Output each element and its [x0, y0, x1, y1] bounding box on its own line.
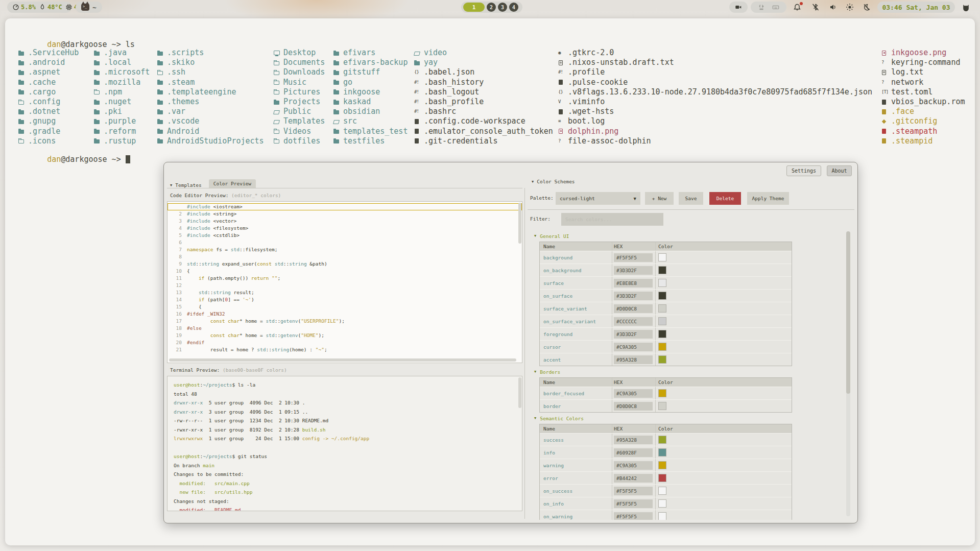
color-swatch[interactable] — [658, 436, 666, 444]
color-row[interactable]: background#F5F5F5 — [540, 251, 792, 263]
color-swatch[interactable] — [658, 512, 666, 520]
desktop: 5.8% 48°C 4.7G >_ ~ 1234 — [0, 0, 980, 551]
system-stats-pill[interactable]: 5.8% 48°C 4.7G — [7, 2, 71, 13]
file-item: .git-credentials — [414, 136, 553, 146]
notifications-button[interactable] — [791, 2, 804, 13]
night-light-button[interactable] — [860, 2, 873, 13]
color-row[interactable]: accent#95A328 — [540, 353, 792, 366]
sections-scrollbar-thumb[interactable] — [846, 231, 850, 394]
theme-editor-dialog: Settings About Templates Color Preview C… — [163, 162, 858, 523]
terminal-preview-lines: user@host:~/projects$ ls -latotal 48drwx… — [174, 380, 522, 511]
color-row[interactable]: surface_variant#D0D0C8 — [540, 302, 792, 315]
color-schemes-header[interactable]: Color Schemes — [532, 179, 575, 184]
color-row[interactable]: on_surface#3D3D2F — [540, 289, 792, 302]
hex-value-field[interactable]: #F5F5F5 — [614, 512, 653, 520]
disabled-tools-pill[interactable] — [751, 2, 786, 13]
filter-input[interactable] — [561, 213, 663, 226]
color-row[interactable]: error#B44242 — [540, 471, 792, 484]
hex-value-field[interactable]: #CCCCCC — [614, 317, 653, 326]
color-row[interactable]: on_warning#F5F5F5 — [540, 510, 792, 520]
color-swatch[interactable] — [658, 487, 666, 495]
hex-value-field[interactable]: #C9A305 — [614, 343, 653, 351]
color-row[interactable]: foreground#3D3D2F — [540, 327, 792, 340]
terminal-preview[interactable]: user@host:~/projects$ ls -latotal 48drwx… — [167, 376, 522, 511]
bluetooth-off-icon — [811, 3, 820, 11]
color-swatch[interactable] — [658, 461, 666, 469]
column-header: Name — [540, 424, 612, 433]
color-row[interactable]: border_focused#C9A305 — [540, 387, 792, 399]
color-swatch[interactable] — [658, 317, 666, 325]
bluetooth-button[interactable] — [809, 2, 822, 13]
color-swatch[interactable] — [658, 474, 666, 482]
color-swatch[interactable] — [658, 253, 666, 261]
section-title[interactable]: General UI — [528, 230, 844, 242]
hex-value-field[interactable]: #C9A305 — [614, 389, 653, 398]
screen-record-pill[interactable] — [729, 2, 748, 13]
launcher-button[interactable] — [959, 2, 972, 13]
tab-templates[interactable]: Templates — [170, 182, 202, 188]
code-vertical-scrollbar[interactable] — [518, 203, 521, 244]
color-swatch[interactable] — [658, 330, 666, 338]
color-swatch[interactable] — [658, 402, 666, 410]
clock-pill[interactable]: 03:46 Sat, Jan 03 — [877, 2, 955, 13]
delete-button[interactable]: Delete — [709, 192, 741, 205]
color-row[interactable]: success#95A328 — [540, 433, 792, 446]
sections-scrollbar[interactable] — [846, 231, 850, 516]
terminal-app-badge[interactable]: >_ ~ — [76, 2, 102, 13]
color-row[interactable]: on_info#F5F5F5 — [540, 497, 792, 510]
new-palette-button[interactable]: + New — [645, 192, 674, 205]
color-swatch[interactable] — [658, 448, 666, 457]
hex-value-field[interactable]: #95A328 — [614, 355, 653, 364]
section-title[interactable]: Semantic Colors — [528, 413, 844, 424]
hex-value-field[interactable]: #95A328 — [614, 436, 653, 444]
volume-button[interactable] — [826, 2, 840, 13]
color-swatch[interactable] — [658, 304, 666, 313]
hex-value-field[interactable]: #E8E8E8 — [614, 279, 653, 288]
file-item: .aspnet — [18, 67, 79, 77]
color-row[interactable]: on_surface_variant#CCCCCC — [540, 315, 792, 327]
hex-value-field[interactable]: #F5F5F5 — [614, 499, 653, 508]
color-swatch[interactable] — [658, 279, 666, 287]
hex-value-field[interactable]: #60928F — [614, 448, 653, 457]
hex-value-field[interactable]: #F5F5F5 — [614, 487, 653, 495]
color-swatch[interactable] — [658, 292, 666, 300]
workspace-3[interactable]: 3 — [498, 3, 507, 12]
folder-icon — [157, 138, 164, 144]
terminal-preview-line: user@host:~/projects$ ls -la — [174, 380, 522, 390]
brightness-button[interactable] — [843, 2, 856, 13]
hex-value-field[interactable]: #D0D0C8 — [614, 304, 653, 313]
color-row[interactable]: info#60928F — [540, 446, 792, 459]
workspace-4[interactable]: 4 — [509, 3, 518, 12]
code-editor-preview[interactable]: #include <iostream>2#include <string>3#i… — [167, 201, 522, 363]
color-row[interactable]: cursor#C9A305 — [540, 340, 792, 353]
hex-value-field[interactable]: #3D3D2F — [614, 292, 653, 300]
folder-icon — [333, 99, 340, 105]
section-title[interactable]: Borders — [528, 366, 844, 377]
prompt-line-2[interactable]: dan@darkgoose ~> — [19, 146, 130, 173]
color-swatch[interactable] — [658, 389, 666, 397]
color-row[interactable]: border#D0D0C8 — [540, 399, 792, 412]
tab-color-preview[interactable]: Color Preview — [209, 179, 256, 188]
color-row[interactable]: surface#E8E8E8 — [540, 276, 792, 289]
color-swatch[interactable] — [658, 355, 666, 364]
terminal-vertical-scrollbar[interactable] — [518, 377, 521, 408]
hex-value-field[interactable]: #D0D0C8 — [614, 402, 653, 411]
palette-dropdown[interactable]: cursed-light ▼ — [556, 192, 640, 205]
hex-value-field[interactable]: #F5F5F5 — [614, 253, 653, 262]
workspace-2[interactable]: 2 — [487, 3, 496, 12]
color-row[interactable]: on_success#F5F5F5 — [540, 484, 792, 497]
hex-value-field[interactable]: #3D3D2F — [614, 330, 653, 339]
color-row[interactable]: warning#C9A305 — [540, 459, 792, 471]
color-swatch[interactable] — [658, 343, 666, 351]
workspace-1[interactable]: 1 — [463, 3, 485, 12]
folder-icon — [18, 79, 25, 85]
code-horizontal-scrollbar[interactable] — [169, 358, 516, 362]
apply-theme-button[interactable]: Apply Theme — [747, 192, 789, 205]
hex-value-field[interactable]: #B44242 — [614, 474, 653, 483]
color-swatch[interactable] — [658, 499, 666, 508]
hex-value-field[interactable]: #C9A305 — [614, 461, 653, 470]
save-button[interactable]: Save — [679, 192, 703, 205]
color-row[interactable]: on_background#3D3D2F — [540, 263, 792, 276]
hex-value-field[interactable]: #3D3D2F — [614, 266, 653, 275]
color-swatch[interactable] — [658, 266, 666, 274]
